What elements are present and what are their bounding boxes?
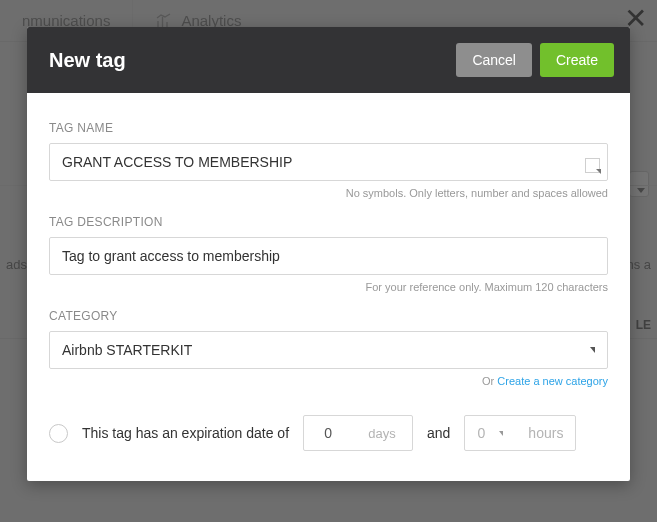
category-select[interactable]: Airbnb STARTERKIT bbox=[49, 331, 608, 369]
modal-body: TAG NAME No symbols. Only letters, numbe… bbox=[27, 93, 630, 481]
tag-name-label: TAG NAME bbox=[49, 121, 608, 135]
expiration-hours-unit: hours bbox=[528, 425, 563, 441]
cancel-button[interactable]: Cancel bbox=[456, 43, 532, 77]
chevron-down-icon bbox=[590, 347, 595, 353]
modal-header: New tag Cancel Create bbox=[27, 27, 630, 93]
expiration-and: and bbox=[427, 425, 450, 441]
category-select-value: Airbnb STARTERKIT bbox=[62, 342, 192, 358]
color-swatch-icon bbox=[585, 158, 600, 173]
tag-name-hint: No symbols. Only letters, number and spa… bbox=[49, 187, 608, 199]
modal-header-actions: Cancel Create bbox=[456, 43, 614, 77]
create-button[interactable]: Create bbox=[540, 43, 614, 77]
tag-description-hint: For your reference only. Maximum 120 cha… bbox=[49, 281, 608, 293]
chevron-down-icon bbox=[499, 431, 503, 436]
expiration-hours-left: 0 bbox=[477, 425, 503, 441]
expiration-days-box: days bbox=[303, 415, 413, 451]
tag-description-input[interactable] bbox=[49, 237, 608, 275]
category-label: CATEGORY bbox=[49, 309, 608, 323]
expiration-text: This tag has an expiration date of bbox=[82, 425, 289, 441]
expiration-hours-value: 0 bbox=[477, 425, 485, 441]
category-or-text: Or bbox=[482, 375, 497, 387]
category-hint: Or Create a new category bbox=[49, 375, 608, 387]
tag-color-picker[interactable] bbox=[576, 149, 602, 175]
expiration-toggle[interactable] bbox=[49, 424, 68, 443]
expiration-days-unit: days bbox=[352, 426, 412, 441]
tag-name-input[interactable] bbox=[49, 143, 608, 181]
create-category-link[interactable]: Create a new category bbox=[497, 375, 608, 387]
new-tag-modal: New tag Cancel Create TAG NAME No symbol… bbox=[27, 27, 630, 481]
tag-name-input-wrap bbox=[49, 143, 608, 181]
expiration-hours-select[interactable]: 0 hours bbox=[464, 415, 576, 451]
expiration-days-input[interactable] bbox=[304, 425, 352, 441]
expiration-row: This tag has an expiration date of days … bbox=[49, 415, 608, 451]
tag-description-label: TAG DESCRIPTION bbox=[49, 215, 608, 229]
modal-title: New tag bbox=[49, 49, 126, 72]
